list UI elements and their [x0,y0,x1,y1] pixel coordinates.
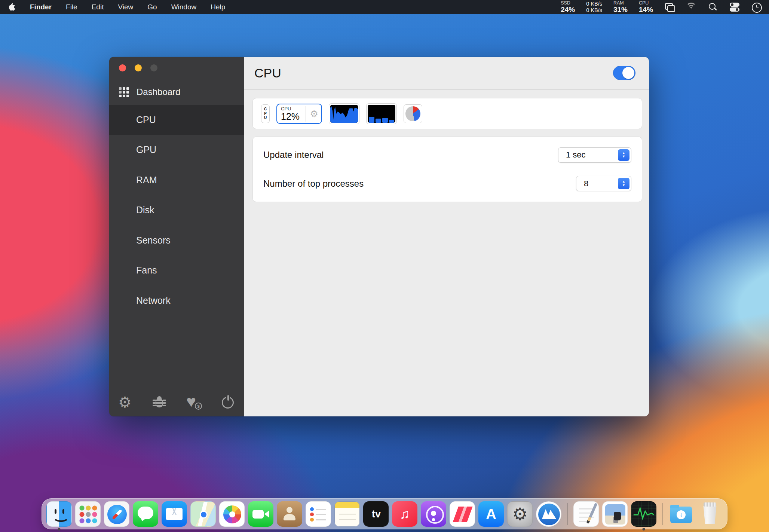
top-processes-select[interactable]: 8 ▲▼ [576,176,631,191]
sidebar-item-ram[interactable]: RAM [109,165,244,195]
quit-power-icon[interactable] [221,395,236,410]
update-interval-row: Update interval 1 sec ▲▼ [263,147,631,163]
dock-inkwell-app-icon[interactable] [602,501,628,527]
settings-gear-icon[interactable]: ⚙ [117,395,132,410]
menu-help[interactable]: Help [211,3,225,11]
menu-edit[interactable]: Edit [92,3,104,11]
menu-window[interactable]: Window [171,3,197,11]
running-indicator [643,528,645,531]
statusbar-network-widget[interactable]: 0 KB/s 0 KB/s [586,1,602,13]
page-title: CPU [254,66,281,80]
dock-textedit-icon[interactable] [573,501,599,527]
update-interval-select[interactable]: 1 sec ▲▼ [558,147,631,163]
report-bug-icon[interactable] [152,395,167,410]
screen-mirroring-icon[interactable] [664,2,675,12]
dock-mountain-app-icon[interactable] [536,501,561,527]
sidebar-item-gpu[interactable]: GPU [109,135,244,165]
dock-photos-icon[interactable] [219,501,245,527]
stats-settings-window: Dashboard CPU GPU RAM Disk Sensors Fans … [109,57,649,416]
module-enable-toggle[interactable] [613,66,635,80]
running-indicator [58,528,61,531]
dock-music-icon[interactable]: ♫ [392,501,417,527]
control-center-icon[interactable] [729,2,740,12]
heartbeat-icon [631,502,656,526]
sidebar: Dashboard CPU GPU RAM Disk Sensors Fans … [109,57,244,416]
sidebar-item-sensors[interactable]: Sensors [109,225,244,256]
window-controls [119,64,157,71]
statusbar-ram-widget[interactable]: RAM 31% [613,1,628,13]
menu-bar: Finder File Edit View Go Window Help SSD… [0,0,769,14]
menu-file[interactable]: File [66,3,77,11]
dock-mail-icon[interactable] [162,501,187,527]
statusbar-cpu-widget[interactable]: CPU 14% [639,1,653,13]
widget-percentage-selected[interactable]: CPU 12% ⚙ [276,104,322,124]
spotlight-search-icon[interactable] [708,2,718,12]
widget-picker-card: C P U CPU 12% ⚙ [252,98,642,129]
sidebar-footer: ⚙ ♥$ [117,395,236,410]
dock-divider [567,503,568,525]
dock: tv ♫ A ⚙ ↓ [42,498,727,529]
widget-pie-chart[interactable] [404,104,422,123]
widget-bar-chart[interactable] [366,103,397,124]
dock-messages-icon[interactable] [133,501,158,527]
bar-chart-icon [368,105,395,123]
dock-notes-icon[interactable] [334,501,360,527]
dashboard-grid-icon [119,87,129,97]
dock-divider [662,503,663,525]
donate-heart-icon[interactable]: ♥$ [186,395,201,410]
update-interval-label: Update interval [263,150,324,160]
dock-activity-monitor-icon[interactable] [631,501,656,527]
sidebar-item-disk[interactable]: Disk [109,195,244,226]
sidebar-nav: CPU GPU RAM Disk Sensors Fans Network [109,105,244,316]
sidebar-item-cpu[interactable]: CPU [109,105,244,135]
sidebar-item-network[interactable]: Network [109,285,244,316]
dock-reminders-icon[interactable] [306,501,331,527]
widget-settings-gear-icon[interactable]: ⚙ [310,108,318,119]
dock-app-store-icon[interactable]: A [478,501,504,527]
close-button[interactable] [119,64,126,71]
dock-launchpad-icon[interactable] [75,501,101,527]
dock-safari-icon[interactable] [104,501,129,527]
widget-line-chart[interactable] [329,103,359,124]
menu-app-name[interactable]: Finder [30,3,52,11]
dock-contacts-icon[interactable] [277,501,302,527]
dock-trash-icon[interactable] [697,501,723,527]
pie-chart-icon [405,106,420,121]
clock-icon[interactable] [751,2,762,12]
dock-news-icon[interactable] [450,501,475,527]
apple-menu-icon[interactable] [9,3,16,11]
menu-go[interactable]: Go [147,3,157,11]
sidebar-item-dashboard[interactable]: Dashboard [109,82,244,103]
module-settings-card: Update interval 1 sec ▲▼ Number of top p… [252,137,642,202]
dock-downloads-folder-icon[interactable]: ↓ [668,501,694,527]
top-processes-label: Number of top processes [263,178,364,189]
dock-facetime-icon[interactable] [248,501,273,527]
statusbar-ssd-widget[interactable]: SSD 24% [561,1,575,13]
menu-view[interactable]: View [118,3,133,11]
widget-mini-label[interactable]: C P U [261,104,270,123]
stepper-icon[interactable]: ▲▼ [618,178,629,189]
dock-system-preferences-icon[interactable]: ⚙ [507,501,533,527]
wifi-icon[interactable] [686,2,696,12]
dock-finder-icon[interactable] [46,501,72,527]
settings-main-pane: CPU C P U CPU 12% ⚙ [244,57,649,416]
sidebar-item-fans[interactable]: Fans [109,256,244,286]
dock-podcasts-icon[interactable] [421,501,446,527]
stepper-icon[interactable]: ▲▼ [618,149,629,161]
dashboard-label: Dashboard [137,87,180,97]
top-processes-row: Number of top processes 8 ▲▼ [263,176,631,191]
zoom-button[interactable] [150,64,157,71]
dock-apple-tv-icon[interactable]: tv [363,501,389,527]
minimize-button[interactable] [135,64,142,71]
module-header: CPU [244,57,649,90]
dock-maps-icon[interactable] [190,501,216,527]
line-chart-icon [330,105,358,123]
